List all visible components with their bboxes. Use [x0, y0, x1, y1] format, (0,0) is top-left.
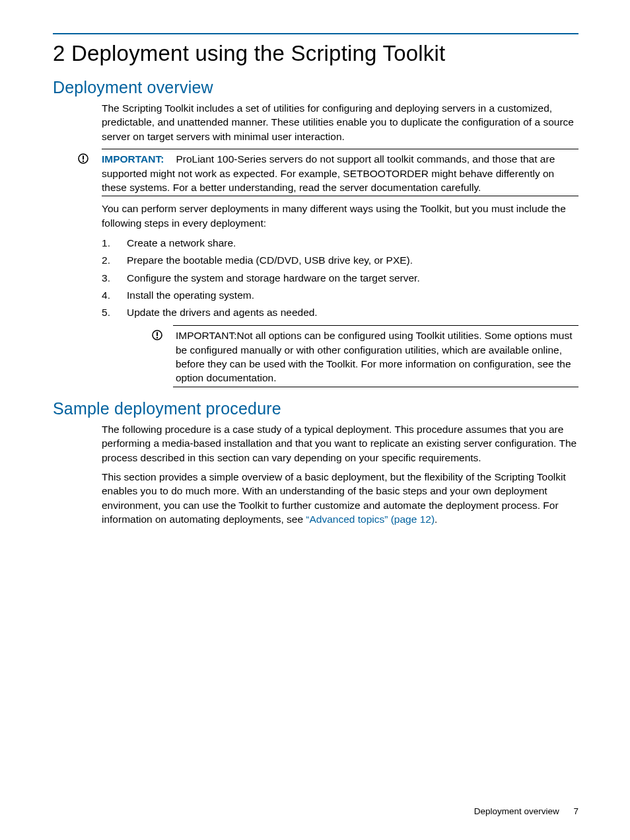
step-item: Update the drivers and agents as needed. [102, 305, 578, 320]
advanced-topics-link[interactable]: “Advanced topics” (page 12) [306, 514, 435, 525]
section-heading-overview: Deployment overview [53, 78, 578, 97]
deployment-steps-list: Create a network share. Prepare the boot… [102, 235, 578, 320]
important-icon [78, 153, 88, 164]
important-label: IMPORTANT: [102, 153, 176, 165]
chapter-rule [53, 33, 578, 34]
step-item: Install the operating system. [102, 287, 578, 303]
important-callout-1: IMPORTANT:ProLiant 100-Series servers do… [52, 149, 578, 196]
footer-page-number: 7 [573, 806, 578, 816]
chapter-title: 2 Deployment using the Scripting Toolkit [53, 41, 578, 66]
overview-steps-block: You can perform server deployments in ma… [102, 202, 578, 387]
step-item: Create a network share. [102, 235, 578, 250]
sample-para1: The following procedure is a case study … [102, 422, 578, 465]
svg-rect-5 [157, 337, 158, 338]
step-item: Configure the system and storage hardwar… [102, 270, 578, 286]
sample-para2: This section provides a simple overview … [102, 470, 578, 527]
sample-body: The following procedure is a case study … [102, 422, 578, 527]
overview-steps-lead: You can perform server deployments in ma… [102, 202, 578, 230]
important-1-text: IMPORTANT:ProLiant 100-Series servers do… [102, 152, 578, 194]
overview-intro-block: The Scripting Toolkit includes a set of … [102, 101, 578, 143]
svg-rect-4 [157, 332, 158, 336]
section-heading-sample: Sample deployment procedure [53, 399, 578, 418]
page-footer: Deployment overview 7 [474, 806, 578, 816]
footer-section: Deployment overview [474, 806, 559, 816]
page: { "chapter": { "title": "2 Deployment us… [0, 0, 630, 840]
important-icon [152, 330, 162, 340]
important-2-text: IMPORTANT:Not all options can be configu… [173, 328, 578, 385]
callout-rule-bottom [102, 196, 578, 196]
important-callout-2: IMPORTANT:Not all options can be configu… [152, 325, 578, 387]
overview-intro: The Scripting Toolkit includes a set of … [102, 101, 578, 143]
svg-rect-1 [83, 156, 84, 160]
important-label: IMPORTANT: [176, 330, 236, 341]
step-item: Prepare the bootable media (CD/DVD, USB … [102, 252, 578, 268]
callout-rule-bottom [173, 387, 578, 387]
svg-rect-2 [83, 161, 84, 162]
sample-para2-b: . [435, 514, 437, 525]
